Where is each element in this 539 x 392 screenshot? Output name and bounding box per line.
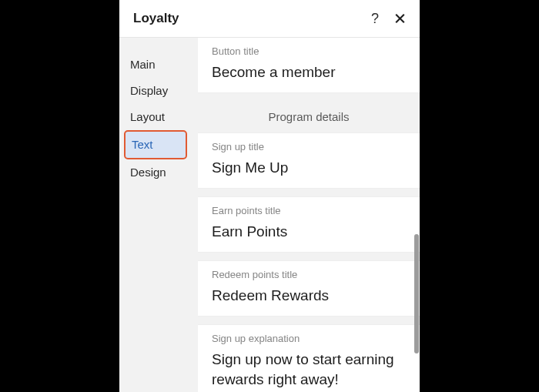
program-details-header: Program details <box>198 101 420 132</box>
field-label: Sign up explanation <box>212 333 406 344</box>
redeem-points-title-field[interactable]: Redeem points title Redeem Rewards <box>198 261 420 316</box>
button-section-group: Button title Become a member <box>198 38 420 93</box>
panel-body: Main Display Layout Text Design Button t… <box>119 38 420 392</box>
panel-header: Loyalty ? <box>119 0 420 38</box>
field-value: Sign Me Up <box>212 158 406 178</box>
header-actions: ? <box>367 11 407 27</box>
redeem-points-group: Redeem points title Redeem Rewards <box>198 260 420 317</box>
close-icon[interactable] <box>392 11 407 26</box>
sidebar-item-design[interactable]: Design <box>119 159 198 186</box>
content-area[interactable]: Button title Become a member Program det… <box>198 38 420 392</box>
field-label: Redeem points title <box>212 269 406 280</box>
field-value: Become a member <box>212 62 406 82</box>
sidebar-item-display[interactable]: Display <box>119 78 198 104</box>
sign-up-title-field[interactable]: Sign up title Sign Me Up <box>198 133 420 188</box>
field-label: Earn points title <box>212 205 406 216</box>
sign-up-explanation-field[interactable]: Sign up explanation Sign up now to start… <box>198 325 420 392</box>
panel-title: Loyalty <box>133 11 367 26</box>
field-value: Earn Points <box>212 222 406 242</box>
sign-up-explanation-group: Sign up explanation Sign up now to start… <box>198 324 420 392</box>
field-value: Redeem Rewards <box>212 286 406 306</box>
field-value: Sign up now to start earning rewards rig… <box>212 350 406 390</box>
button-title-field[interactable]: Button title Become a member <box>198 38 420 92</box>
help-icon[interactable]: ? <box>367 11 383 27</box>
program-details-group: Sign up title Sign Me Up <box>198 132 420 189</box>
sidebar-item-main[interactable]: Main <box>119 52 198 78</box>
earn-points-group: Earn points title Earn Points <box>198 196 420 253</box>
sidebar-item-text[interactable]: Text <box>124 130 187 159</box>
sidebar-item-layout[interactable]: Layout <box>119 104 198 130</box>
sidebar-nav: Main Display Layout Text Design <box>119 38 198 392</box>
field-label: Sign up title <box>212 141 406 152</box>
field-label: Button title <box>212 45 406 57</box>
earn-points-title-field[interactable]: Earn points title Earn Points <box>198 197 420 252</box>
loyalty-settings-panel: Loyalty ? Main Display Layout Text Desig… <box>119 0 420 392</box>
scrollbar-thumb[interactable] <box>414 234 419 353</box>
